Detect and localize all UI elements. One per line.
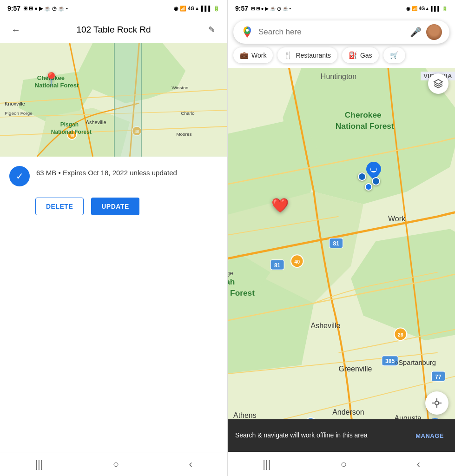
svg-point-23 [246,29,249,32]
filter-chips: 💼 Work 🍴 Restaurants ⛽ Gas 🛒 [228,47,455,68]
work-pin-cluster [366,163,381,178]
my-location-button[interactable] [425,391,448,415]
svg-text:Moores: Moores [176,132,191,137]
manage-button[interactable]: MANAGE [412,429,448,443]
expiry-text: Expires Oct 18, 2022 unless updated [63,169,177,177]
chip-restaurants-label: Restaurants [296,52,330,59]
blue-dot-pin-3 [365,183,372,191]
svg-text:Pigeon Forge: Pigeon Forge [228,270,233,277]
search-input[interactable]: Search here [258,27,405,37]
google-maps-logo [241,26,254,39]
right-recents-nav-icon[interactable]: ||| [263,458,270,470]
right-nav-bar: ||| ○ ‹ [228,452,455,476]
chip-restaurants[interactable]: 🍴 Restaurants [277,47,337,63]
right-time: 9:57 [235,5,248,12]
svg-text:Pisgah: Pisgah [60,121,79,128]
svg-text:Knoxville: Knoxville [5,101,25,106]
svg-text:Greenville: Greenville [339,365,372,373]
location-target-icon [431,397,442,409]
left-status-bar: 9:57 ⊞ ⊞ ● ▶ ☕ ◷ ☕ • ◉ 📶 4G▲ ▌▌▌ 🔋 [0,0,227,17]
chip-work[interactable]: 💼 Work [233,47,273,63]
file-size: 63 MB [36,169,56,177]
cart-icon: 🛒 [390,51,399,60]
gas-icon: ⛽ [349,51,357,60]
microphone-icon[interactable]: 🎤 [410,26,422,38]
edit-button[interactable]: ✎ [203,21,220,38]
right-signal-icons: ◉ 📶 4G▲ ▌▌▌ 🔋 [406,6,448,11]
back-icon: ← [11,25,20,35]
right-back-nav-icon[interactable]: ‹ [416,458,420,470]
chip-work-label: Work [251,52,266,59]
offline-description: 63 MB • Expires Oct 18, 2022 unless upda… [36,166,177,178]
left-signal-icons: ◉ 📶 4G▲ ▌▌▌ 🔋 [174,6,220,12]
back-button[interactable]: ← [7,21,24,38]
svg-text:77: 77 [435,374,442,380]
search-bar-container: Search here 🎤 [228,17,455,47]
svg-text:National Forest: National Forest [228,288,255,298]
svg-marker-76 [434,79,442,84]
layers-icon [433,79,443,89]
back-nav-icon[interactable]: ‹ [189,458,192,470]
check-icon: ✓ [9,166,30,186]
offline-banner: Search & navigate will work offline in t… [228,419,455,452]
update-button[interactable]: UPDATE [91,198,139,215]
svg-text:385: 385 [385,358,395,364]
svg-text:Pigeon Forge: Pigeon Forge [5,111,33,116]
right-phone: 9:57 ⊞ ⊞ ● ▶ ☕ ◷ ☕ • ◉ 📶 4G▲ ▌▌▌ 🔋 Searc… [228,0,455,476]
svg-text:Asheville: Asheville [86,119,106,125]
svg-point-77 [435,401,439,405]
search-bar[interactable]: Search here 🎤 [233,20,449,44]
svg-text:○Spartanburg: ○Spartanburg [394,359,435,366]
svg-text:Charlo: Charlo [181,111,195,116]
work-pin-1 [366,162,381,179]
favorite-pin: ❤️ [271,197,289,213]
user-avatar[interactable] [426,24,442,40]
svg-text:Pisgah: Pisgah [228,277,235,286]
right-status-bar: 9:57 ⊞ ⊞ ● ▶ ☕ ◷ ☕ • ◉ 📶 4G▲ ▌▌▌ 🔋 [228,0,455,17]
restaurants-icon: 🍴 [284,51,293,60]
work-icon: 💼 [240,51,249,60]
svg-text:81: 81 [274,262,281,269]
edit-icon: ✎ [208,25,215,35]
blue-dot-pin-2 [372,177,380,185]
delete-button[interactable]: DELETE [35,198,84,215]
offline-banner-text: Search & navigate will work offline in t… [235,431,412,440]
svg-text:National Forest: National Forest [336,121,394,131]
layers-button[interactable] [428,73,448,94]
page-title: 102 Table Rock Rd [24,25,203,35]
left-phone: 9:57 ⊞ ⊞ ● ▶ ☕ ◷ ☕ • ◉ 📶 4G▲ ▌▌▌ 🔋 ← 102… [0,0,228,476]
svg-text:Anderson: Anderson [332,408,364,416]
chip-gas[interactable]: ⛽ Gas [342,47,379,63]
svg-rect-75 [372,165,376,167]
action-buttons: DELETE UPDATE [0,186,227,215]
right-home-nav-icon[interactable]: ○ [341,458,347,470]
map-thumbnail[interactable]: 40 40 Cherokee National Forest Pisgah Na… [0,43,227,157]
svg-text:Huntington: Huntington [321,73,356,80]
map-area[interactable]: 81 81 40 26 385 77 20 Huntington Cheroke… [228,68,455,452]
svg-text:Work: Work [388,215,405,223]
left-header: ← 102 Table Rock Rd ✎ [0,17,227,43]
recents-nav-icon[interactable]: ||| [35,458,43,470]
svg-text:40: 40 [294,259,300,264]
right-status-icons: ⊞ ⊞ ● ▶ ☕ ◷ ☕ • [251,6,291,11]
location-pin: 📍 [43,72,59,87]
home-nav-icon[interactable]: ○ [113,458,119,470]
chip-cart[interactable]: 🛒 [383,47,405,63]
svg-text:Athens: Athens [233,411,257,419]
chip-gas-label: Gas [360,52,372,59]
left-nav-bar: ||| ○ ‹ [0,452,227,476]
offline-info-section: ✓ 63 MB • Expires Oct 18, 2022 unless up… [0,157,227,186]
left-status-icons: ⊞ ⊞ ● ▶ ☕ ◷ ☕ • [23,6,68,12]
svg-text:Asheville: Asheville [311,322,341,330]
svg-text:Winston: Winston [171,85,188,90]
blue-dot-pin-1 [358,172,366,181]
offline-area-overlay [114,43,142,157]
svg-text:Cherokee: Cherokee [345,110,382,119]
svg-text:81: 81 [333,240,340,247]
svg-text:26: 26 [398,332,403,337]
left-time: 9:57 [7,5,20,12]
svg-text:National Forest: National Forest [51,129,92,135]
